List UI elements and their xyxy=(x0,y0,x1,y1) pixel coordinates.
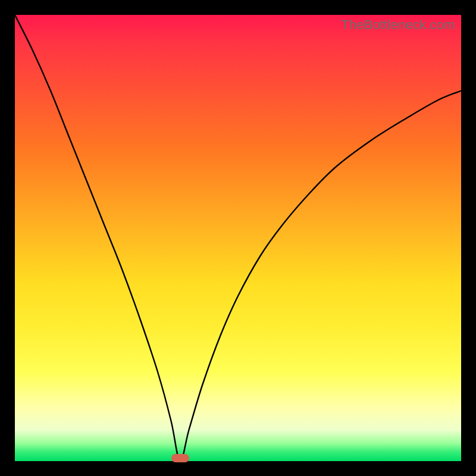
plot-area: TheBottleneck.com xyxy=(15,15,461,461)
curve-path xyxy=(15,15,461,461)
bottleneck-curve xyxy=(15,15,461,461)
optimal-marker xyxy=(171,454,189,462)
chart-frame: TheBottleneck.com xyxy=(0,0,476,476)
